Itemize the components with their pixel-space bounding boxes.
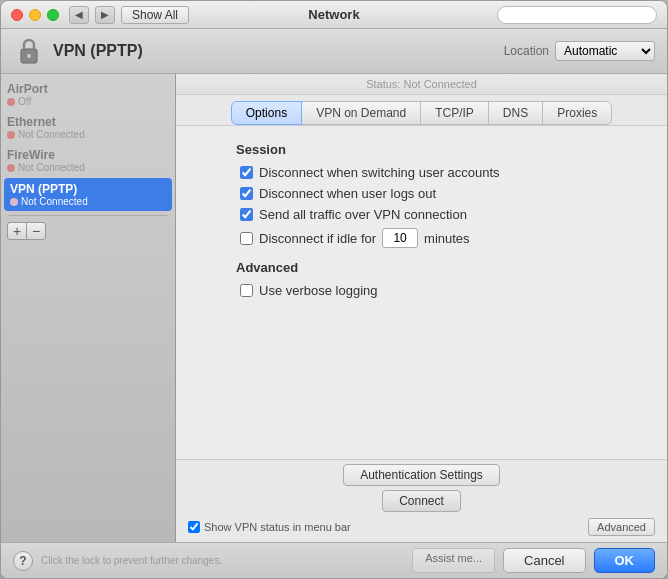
titlebar: ◀ ▶ Show All Network bbox=[1, 1, 667, 29]
traffic-lights bbox=[11, 9, 59, 21]
checkbox-row-logout: Disconnect when user logs out bbox=[236, 186, 607, 201]
toolbar: VPN (PPTP) Location Automatic bbox=[1, 29, 667, 74]
idle-minutes-input[interactable]: 10 bbox=[382, 228, 418, 248]
forward-button[interactable]: ▶ bbox=[95, 6, 115, 24]
advanced-section: Advanced Use verbose logging bbox=[236, 260, 607, 298]
network-window: ◀ ▶ Show All Network VPN (PPTP) Location… bbox=[0, 0, 668, 579]
sidebar-item-vpn-name: VPN (PPTP) bbox=[10, 182, 166, 196]
bottom-buttons: Assist me... Cancel OK bbox=[412, 548, 655, 573]
titlebar-controls: ◀ ▶ Show All bbox=[69, 6, 189, 24]
show-all-button[interactable]: Show All bbox=[121, 6, 189, 24]
sidebar-item-firewire[interactable]: FireWire Not Connected bbox=[1, 144, 175, 177]
tab-proxies[interactable]: Proxies bbox=[542, 101, 612, 125]
show-vpn-text: Show VPN status in menu bar bbox=[204, 521, 351, 533]
sidebar-item-ethernet[interactable]: Ethernet Not Connected bbox=[1, 111, 175, 144]
sidebar-add-remove: + − bbox=[1, 220, 175, 242]
lock-icon bbox=[13, 35, 45, 67]
footer-bar: Show VPN status in menu bar Advanced bbox=[188, 516, 655, 538]
lock-label: Click the lock to prevent further change… bbox=[41, 555, 222, 566]
tab-tcpip[interactable]: TCP/IP bbox=[420, 101, 489, 125]
checkbox-switching-accounts[interactable] bbox=[240, 166, 253, 179]
vpn-status-dot bbox=[10, 198, 18, 206]
ethernet-status: Not Connected bbox=[18, 129, 85, 140]
close-button[interactable] bbox=[11, 9, 23, 21]
location-label: Location bbox=[504, 44, 549, 58]
panel-footer: Authentication Settings Connect Show VPN… bbox=[176, 459, 667, 542]
add-connection-button[interactable]: + bbox=[7, 222, 27, 240]
auth-settings-button[interactable]: Authentication Settings bbox=[343, 464, 500, 486]
checkbox-switching-label: Disconnect when switching user accounts bbox=[259, 165, 500, 180]
panel-content: Session Disconnect when switching user a… bbox=[176, 126, 667, 459]
idle-row: Disconnect if idle for 10 minutes bbox=[236, 228, 607, 248]
connect-btn-row: Connect bbox=[188, 490, 655, 512]
connect-button[interactable]: Connect bbox=[382, 490, 461, 512]
sidebar-item-airport[interactable]: AirPort Off bbox=[1, 78, 175, 111]
cancel-button[interactable]: Cancel bbox=[503, 548, 585, 573]
checkbox-row-verbose: Use verbose logging bbox=[236, 283, 607, 298]
checkbox-row-switching: Disconnect when switching user accounts bbox=[236, 165, 607, 180]
right-panel: Status: Not Connected Options VPN on Dem… bbox=[176, 74, 667, 542]
airport-status: Off bbox=[18, 96, 31, 107]
sidebar-item-ethernet-name: Ethernet bbox=[7, 115, 169, 129]
checkbox-verbose-label: Use verbose logging bbox=[259, 283, 378, 298]
ok-button[interactable]: OK bbox=[594, 548, 656, 573]
firewire-status-dot bbox=[7, 164, 15, 172]
sidebar: AirPort Off Ethernet Not Connected FireW… bbox=[1, 74, 176, 542]
minimize-button[interactable] bbox=[29, 9, 41, 21]
svg-point-1 bbox=[27, 54, 31, 58]
assist-me-button[interactable]: Assist me... bbox=[412, 548, 495, 573]
sidebar-item-firewire-name: FireWire bbox=[7, 148, 169, 162]
airport-status-dot bbox=[7, 98, 15, 106]
checkbox-logout[interactable] bbox=[240, 187, 253, 200]
help-button[interactable]: ? bbox=[13, 551, 33, 571]
show-vpn-checkbox[interactable] bbox=[188, 521, 200, 533]
advanced-button[interactable]: Advanced bbox=[588, 518, 655, 536]
window-title: Network bbox=[308, 7, 359, 22]
show-vpn-label: Show VPN status in menu bar bbox=[188, 521, 351, 533]
panel-status: Status: Not Connected bbox=[176, 74, 667, 95]
maximize-button[interactable] bbox=[47, 9, 59, 21]
tab-dns[interactable]: DNS bbox=[488, 101, 543, 125]
remove-connection-button[interactable]: − bbox=[26, 222, 46, 240]
checkbox-traffic-label: Send all traffic over VPN connection bbox=[259, 207, 467, 222]
main-content: AirPort Off Ethernet Not Connected FireW… bbox=[1, 74, 667, 542]
checkbox-verbose[interactable] bbox=[240, 284, 253, 297]
tab-vpn-on-demand[interactable]: VPN on Demand bbox=[301, 101, 421, 125]
window-bottom: ? Click the lock to prevent further chan… bbox=[1, 542, 667, 578]
minutes-label: minutes bbox=[424, 231, 470, 246]
footer-btn-row: Authentication Settings bbox=[188, 464, 655, 486]
sidebar-item-vpn[interactable]: VPN (PPTP) Not Connected bbox=[4, 178, 172, 211]
ethernet-status-dot bbox=[7, 131, 15, 139]
tab-options[interactable]: Options bbox=[231, 101, 302, 125]
sidebar-item-airport-name: AirPort bbox=[7, 82, 169, 96]
vpn-title: VPN (PPTP) bbox=[53, 42, 504, 60]
back-button[interactable]: ◀ bbox=[69, 6, 89, 24]
location-select[interactable]: Automatic bbox=[555, 41, 655, 61]
firewire-status: Not Connected bbox=[18, 162, 85, 173]
checkbox-row-traffic: Send all traffic over VPN connection bbox=[236, 207, 607, 222]
checkbox-logout-label: Disconnect when user logs out bbox=[259, 186, 436, 201]
tabs-bar: Options VPN on Demand TCP/IP DNS Proxies bbox=[176, 95, 667, 126]
sidebar-divider bbox=[9, 215, 167, 216]
session-section-label: Session bbox=[236, 142, 607, 157]
advanced-section-label: Advanced bbox=[236, 260, 607, 275]
checkbox-idle[interactable] bbox=[240, 232, 253, 245]
vpn-status: Not Connected bbox=[21, 196, 88, 207]
checkbox-traffic[interactable] bbox=[240, 208, 253, 221]
search-input[interactable] bbox=[497, 6, 657, 24]
checkbox-idle-label: Disconnect if idle for bbox=[259, 231, 376, 246]
